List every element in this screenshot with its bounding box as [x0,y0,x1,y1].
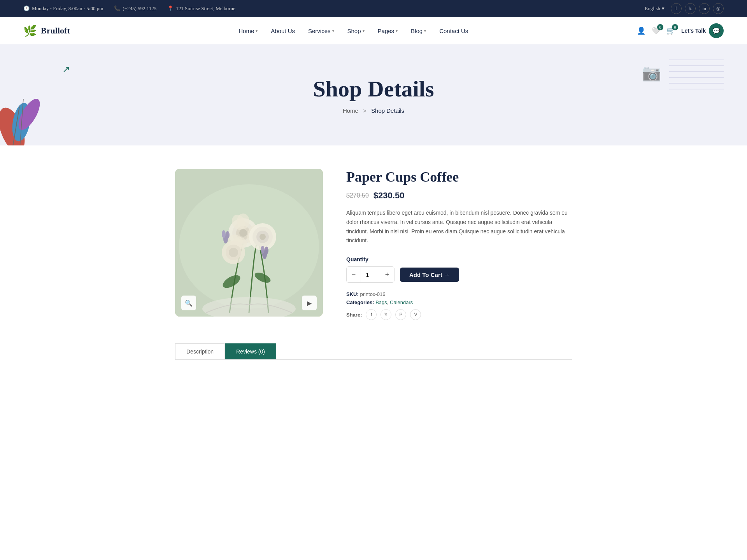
twitter-icon[interactable]: 𝕏 [685,3,696,14]
chevron-down-icon: ▾ [424,29,426,33]
svg-point-37 [265,247,268,254]
cart-icon[interactable]: 🛒 0 [666,26,675,35]
social-icons: f 𝕏 in ◎ [671,3,724,14]
quantity-control: − + [346,266,395,283]
share-vimeo-icon[interactable]: V [410,309,421,320]
nav-about[interactable]: About Us [265,24,300,37]
nav-blog[interactable]: Blog ▾ [405,24,431,37]
logo-icon: 🌿 [23,24,37,37]
product-info: Paper Cups Coffee $270.50 $230.50 Aliqua… [346,169,572,320]
chevron-down-icon: ▾ [396,29,398,33]
breadcrumb-home[interactable]: Home [343,107,358,114]
main-nav: Home ▾ About Us Services ▾ Shop ▾ Pages … [233,24,473,37]
product-image-wrap: 🔍 ▶ [175,169,323,317]
svg-point-12 [179,184,319,309]
tabs-row: Description Reviews (0) [175,343,572,360]
chevron-down-icon: ▾ [363,29,365,33]
location-icon: 📍 [167,5,174,12]
logo-text: Brulloft [41,26,70,36]
product-description: Aliquam tempus libero eget arcu euismod,… [346,208,572,245]
chevron-down-icon: ▾ [256,29,258,33]
chevron-down-icon: ▾ [662,5,665,12]
category-bags[interactable]: Bags [375,299,387,305]
share-pinterest-icon[interactable]: P [395,309,406,320]
nav-shop[interactable]: Shop ▾ [342,24,370,37]
nav-home[interactable]: Home ▾ [233,24,263,37]
svg-point-34 [226,231,230,239]
facebook-icon[interactable]: f [671,3,682,14]
decorative-arrow: ↗ [62,64,70,75]
svg-point-18 [239,229,247,237]
price-wrap: $270.50 $230.50 [346,191,572,201]
svg-point-28 [260,234,266,240]
lets-talk-button[interactable]: Let's Talk 💬 [681,23,724,38]
chevron-down-icon: ▾ [332,29,334,33]
add-to-cart-button[interactable]: Add To Cart → [400,268,459,282]
header: 🌿 Brulloft Home ▾ About Us Services ▾ Sh… [0,17,747,44]
quantity-decrease-button[interactable]: − [347,267,361,282]
nav-services[interactable]: Services ▾ [303,24,340,37]
quantity-input[interactable] [361,267,380,282]
quantity-row: − + Add To Cart → [346,266,572,283]
tab-reviews[interactable]: Reviews (0) [225,343,276,359]
top-bar-left: 🕐 Monday - Friday, 8:00am- 5:00 pm 📞 (+2… [23,5,235,12]
linkedin-icon[interactable]: in [699,3,710,14]
user-icon[interactable]: 👤 [637,26,645,35]
chat-icon: 💬 [709,23,724,38]
share-label: Share: [346,312,362,318]
decorative-lines [669,56,724,95]
logo[interactable]: 🌿 Brulloft [23,24,70,37]
address-info: 📍 121 Sunrise Street, Melborne [167,5,235,12]
decorative-leaf [0,68,47,145]
hours-info: 🕐 Monday - Friday, 8:00am- 5:00 pm [23,5,103,12]
phone-icon: 📞 [114,5,120,12]
sku-row: SKU: printox-016 [346,291,572,297]
nav-pages[interactable]: Pages ▾ [372,24,403,37]
share-twitter-icon[interactable]: 𝕏 [381,309,391,320]
category-calendars[interactable]: Calendars [390,299,413,305]
quantity-label: Quantity [346,256,572,262]
nav-contact[interactable]: Contact Us [434,24,473,37]
price-old: $270.50 [346,192,369,199]
product-title: Paper Cups Coffee [346,169,572,185]
decorative-camera: 📷 [642,64,661,82]
share-row: Share: f 𝕏 P V [346,309,572,320]
header-actions: 👤 🤍 0 🛒 0 Let's Talk 💬 [637,23,724,38]
wishlist-icon[interactable]: 🤍 0 [652,26,660,35]
price-new: $230.50 [374,191,405,201]
top-bar: 🕐 Monday - Friday, 8:00am- 5:00 pm 📞 (+2… [0,0,747,17]
svg-point-33 [222,230,226,238]
svg-point-31 [229,248,238,257]
share-facebook-icon[interactable]: f [366,309,377,320]
zoom-button[interactable]: 🔍 [181,296,196,310]
page-title: Shop Details [313,76,434,102]
top-bar-right: English ▾ f 𝕏 in ◎ [645,3,724,14]
phone-info: 📞 (+245) 592 1125 [114,5,156,12]
tab-description[interactable]: Description [175,343,225,359]
hero-banner: ↗ 📷 Shop Details Home > Shop Details [0,44,747,145]
cart-badge: 0 [672,24,678,30]
product-image [175,169,323,317]
breadcrumb: Home > Shop Details [343,107,404,114]
breadcrumb-current: Shop Details [371,107,404,114]
breadcrumb-separator: > [363,107,366,114]
image-actions: 🔍 ▶ [181,296,317,310]
categories-row: Categories: Bags, Calendars [346,299,572,305]
clock-icon: 🕐 [23,5,30,12]
play-button[interactable]: ▶ [302,296,317,310]
product-section: 🔍 ▶ Paper Cups Coffee $270.50 $230.50 Al… [160,169,587,320]
svg-point-36 [261,246,265,254]
language-selector[interactable]: English ▾ [645,5,665,12]
quantity-increase-button[interactable]: + [380,267,394,282]
tabs-section: Description Reviews (0) [160,343,587,360]
instagram-icon[interactable]: ◎ [713,3,724,14]
wishlist-badge: 0 [657,24,663,30]
